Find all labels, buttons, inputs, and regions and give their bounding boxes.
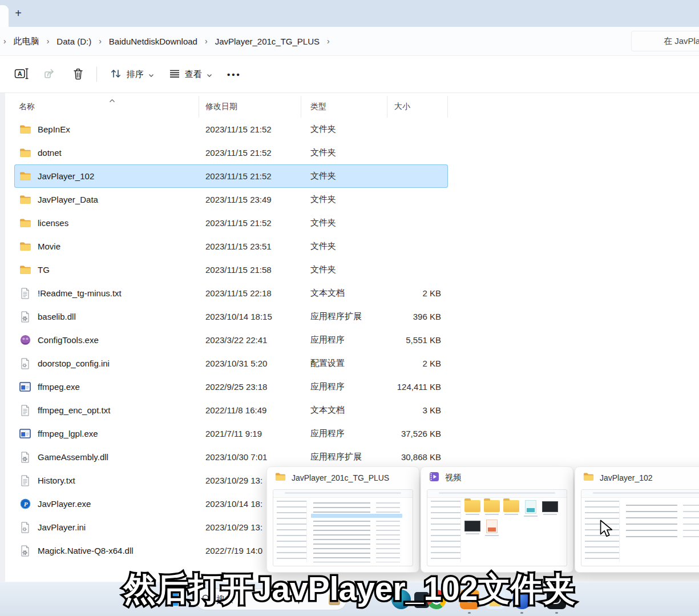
sort-button[interactable]: 排序	[102, 63, 161, 86]
dll-icon	[19, 452, 31, 463]
file-size-cell: 2 KB	[387, 288, 445, 298]
file-name: GameAssembly.dll	[38, 452, 108, 462]
breadcrumb-item[interactable]: Data (D:)	[51, 33, 96, 50]
share-icon	[44, 67, 58, 82]
ini-icon	[19, 358, 31, 369]
preview-thumbnail[interactable]	[427, 489, 567, 566]
sort-ascending-icon	[109, 95, 115, 104]
breadcrumb-item[interactable]: JavPlayer_201c_TG_PLUS	[210, 33, 325, 50]
file-row[interactable]: ffmpeg_enc_opt.txt2022/11/8 16:49文本文档3 K…	[14, 398, 448, 422]
file-row[interactable]: GameAssembly.dll2023/10/30 7:01应用程序扩展30,…	[14, 445, 448, 469]
column-header-date[interactable]: 修改日期	[199, 96, 301, 118]
search-input[interactable]: 在 JavPlayer	[631, 31, 699, 51]
file-size-cell: 30,868 KB	[387, 452, 445, 462]
file-type-cell: 文件夹	[301, 147, 387, 158]
sort-label: 排序	[127, 69, 144, 80]
column-header-size[interactable]: 大小	[387, 96, 448, 118]
file-size-cell: 2 KB	[387, 359, 445, 368]
file-row[interactable]: TG2023/11/15 21:58文件夹	[14, 258, 448, 281]
file-row[interactable]: !Readme_tg-minus.txt2023/11/15 22:18文本文档…	[14, 281, 448, 305]
preview-title: JavPlayer_201c_TG_PLUS	[292, 473, 389, 482]
file-name-cell: doorstop_config.ini	[14, 358, 199, 369]
file-row[interactable]: baselib.dll2023/10/14 18:15应用程序扩展396 KB	[14, 305, 448, 328]
column-header-name[interactable]: 名称	[14, 96, 199, 118]
share-button[interactable]	[37, 63, 65, 86]
file-row[interactable]: dotnet2023/11/15 21:52文件夹	[14, 141, 448, 164]
file-date-cell: 2023/11/15 22:18	[199, 288, 301, 298]
explorer-tab-strip: +	[0, 0, 699, 27]
file-size-cell: 124,411 KB	[387, 382, 445, 392]
file-name-cell: Magick.Native-Q8-x64.dll	[14, 545, 199, 557]
file-date-cell: 2023/10/31 5:20	[199, 359, 301, 368]
file-row[interactable]: ConfigTools.exe2023/3/22 22:41应用程序5,551 …	[14, 328, 448, 352]
file-name: !Readme_tg-minus.txt	[38, 288, 122, 298]
file-name-cell: PJavPlayer.exe	[14, 498, 199, 510]
preview-thumbnail[interactable]	[273, 489, 413, 566]
file-name: JavPlayer.exe	[38, 499, 91, 509]
file-name: Magick.Native-Q8-x64.dll	[38, 546, 134, 555]
file-date-cell: 2022/9/25 23:18	[199, 382, 301, 392]
txt-icon	[19, 288, 31, 299]
file-name-cell: licenses	[14, 218, 199, 229]
file-type-cell: 文件夹	[301, 171, 387, 182]
exe-jav-icon: P	[19, 498, 31, 510]
folder-icon	[19, 124, 31, 135]
file-name: doorstop_config.ini	[38, 359, 110, 368]
exe-purple-icon	[19, 335, 31, 346]
file-name: dotnet	[38, 148, 62, 158]
file-type-cell: 文件夹	[301, 264, 387, 275]
breadcrumb-separator: ›	[45, 37, 52, 46]
file-name-cell: ffmpeg.exe	[14, 381, 199, 393]
breadcrumb-item[interactable]: BaiduNetdiskDownload	[104, 33, 203, 50]
file-type-cell: 应用程序	[301, 428, 387, 439]
svg-text:P: P	[23, 501, 27, 508]
file-row[interactable]: licenses2023/11/15 21:52文件夹	[14, 211, 448, 235]
active-tab-stub[interactable]	[0, 5, 9, 27]
chevron-down-icon	[207, 70, 212, 79]
file-type-cell: 文本文档	[301, 405, 387, 416]
file-row[interactable]: JavPlayer_1022023/11/15 21:52文件夹	[14, 164, 448, 188]
file-name-cell: ffmpeg_lgpl.exe	[14, 428, 199, 440]
command-toolbar: A 排序 查看	[0, 56, 699, 93]
taskbar-preview-videos[interactable]: 视频	[421, 466, 573, 573]
file-name: History.txt	[38, 476, 75, 485]
file-name: JavPlayer_Data	[38, 195, 98, 204]
folder-icon	[275, 472, 286, 483]
file-date-cell: 2021/7/11 9:19	[199, 429, 301, 438]
file-row[interactable]: doorstop_config.ini2023/10/31 5:20配置设置2 …	[14, 352, 448, 375]
file-name-cell: JavPlayer_Data	[14, 194, 199, 206]
txt-icon	[19, 405, 31, 416]
delete-button[interactable]	[65, 63, 91, 86]
file-row[interactable]: JavPlayer_Data2023/11/15 23:49文件夹	[14, 188, 448, 211]
breadcrumb-item[interactable]: 此电脑	[9, 33, 45, 50]
video-subtitle: 然后打开JavPlayer_102文件夹 然后打开JavPlayer_102文件…	[0, 571, 699, 607]
exe-console-icon	[19, 428, 31, 440]
file-name: ConfigTools.exe	[38, 335, 99, 345]
file-type-cell: 应用程序扩展	[301, 452, 387, 462]
more-options-button[interactable]: •••	[220, 63, 249, 86]
pane-splitter[interactable]	[0, 93, 5, 582]
file-row[interactable]: ffmpeg.exe2022/9/25 23:18应用程序124,411 KB	[14, 375, 448, 398]
view-icon	[169, 69, 180, 80]
breadcrumb-separator: ›	[325, 37, 332, 46]
file-name-cell: JavPlayer.ini	[14, 522, 199, 533]
taskbar-preview-javplayer-102[interactable]: JavPlayer_102	[575, 466, 699, 573]
toolbar-separator	[96, 67, 97, 82]
file-date-cell: 2023/11/15 21:52	[199, 148, 301, 158]
file-name: BepInEx	[38, 124, 70, 134]
file-date-cell: 2023/10/30 7:01	[199, 452, 301, 462]
file-name-cell: baselib.dll	[14, 311, 199, 323]
file-size-cell: 37,526 KB	[387, 429, 445, 438]
file-row[interactable]: BepInEx2023/11/15 21:52文件夹	[14, 118, 448, 141]
taskbar-preview-javplayer-201c[interactable]: JavPlayer_201c_TG_PLUS	[266, 466, 419, 573]
view-button[interactable]: 查看	[161, 63, 220, 86]
file-row[interactable]: ffmpeg_lgpl.exe2021/7/11 9:19应用程序37,526 …	[14, 422, 448, 445]
rename-icon: A	[14, 67, 29, 82]
desktop-screen: + ›此电脑›Data (D:)›BaiduNetdiskDownload›Ja…	[0, 0, 699, 616]
column-header-type[interactable]: 类型	[301, 96, 387, 118]
new-tab-button[interactable]: +	[10, 5, 26, 21]
file-name-cell: JavPlayer_102	[14, 171, 199, 182]
rename-button[interactable]: A	[7, 63, 37, 86]
file-date-cell: 2023/11/15 21:58	[199, 265, 301, 275]
file-row[interactable]: Movie2023/11/15 23:51文件夹	[14, 235, 448, 258]
